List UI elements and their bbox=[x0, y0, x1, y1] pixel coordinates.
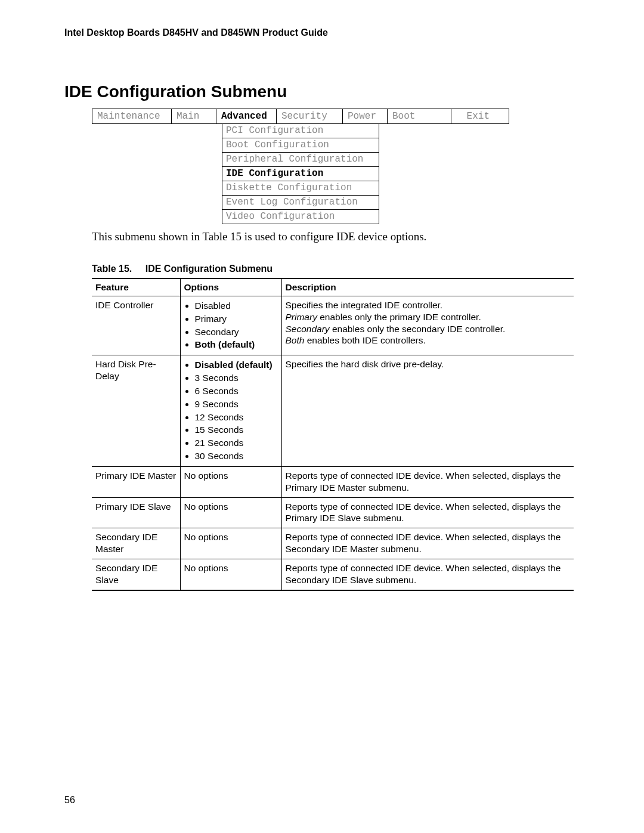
page: Intel Desktop Boards D845HV and D845WN P… bbox=[0, 0, 644, 833]
bios-menu-diagram: Maintenance Main Advanced Security Power… bbox=[92, 109, 509, 224]
bios-submenu-list: PCI Configuration Boot Configuration Per… bbox=[222, 124, 379, 224]
desc-both-text: enables both IDE controllers. bbox=[304, 335, 425, 345]
opt-9s: 9 Seconds bbox=[195, 398, 278, 411]
section-title: IDE Configuration Submenu bbox=[64, 82, 580, 101]
cell-description: Reports type of connected IDE device. Wh… bbox=[281, 528, 574, 559]
table-number: Table 15. bbox=[92, 264, 132, 274]
cell-options: No options bbox=[180, 528, 281, 559]
bios-tab-main: Main bbox=[172, 109, 216, 123]
cell-description: Specifies the integrated IDE controller.… bbox=[281, 296, 574, 355]
table-caption: Table 15. IDE Configuration Submenu bbox=[92, 264, 580, 274]
opt-primary: Primary bbox=[195, 312, 278, 326]
table-title: IDE Configuration Submenu bbox=[145, 264, 273, 274]
row-primary-master: Primary IDE Master No options Reports ty… bbox=[92, 466, 574, 497]
cell-options: No options bbox=[180, 559, 281, 590]
options-list: Disabled Primary Secondary Both (default… bbox=[184, 299, 278, 351]
cell-feature: Primary IDE Slave bbox=[92, 497, 180, 528]
cell-description: Reports type of connected IDE device. Wh… bbox=[281, 466, 574, 497]
bios-tab-power: Power bbox=[343, 109, 388, 123]
row-secondary-master: Secondary IDE Master No options Reports … bbox=[92, 528, 574, 559]
cell-feature: Hard Disk Pre-Delay bbox=[92, 355, 180, 467]
cell-options: No options bbox=[180, 497, 281, 528]
th-feature: Feature bbox=[92, 278, 180, 296]
options-list: Disabled (default) 3 Seconds 6 Seconds 9… bbox=[184, 358, 278, 463]
cell-description: Specifies the hard disk drive pre-delay. bbox=[281, 355, 574, 467]
row-secondary-slave: Secondary IDE Slave No options Reports t… bbox=[92, 559, 574, 590]
doc-header: Intel Desktop Boards D845HV and D845WN P… bbox=[64, 27, 580, 38]
cell-options: Disabled (default) 3 Seconds 6 Seconds 9… bbox=[180, 355, 281, 467]
desc-primary-text: enables only the primary IDE controller. bbox=[317, 312, 481, 322]
cell-description: Reports type of connected IDE device. Wh… bbox=[281, 497, 574, 528]
table-header-row: Feature Options Description bbox=[92, 278, 574, 296]
opt-both-default: Both (default) bbox=[195, 338, 278, 351]
intro-text: This submenu shown in Table 15 is used t… bbox=[92, 230, 580, 243]
bios-sub-pci: PCI Configuration bbox=[222, 124, 379, 138]
config-table: Feature Options Description IDE Controll… bbox=[92, 278, 574, 591]
desc-primary-term: Primary bbox=[286, 312, 317, 322]
opt-21s: 21 Seconds bbox=[195, 436, 278, 450]
cell-feature: Secondary IDE Slave bbox=[92, 559, 180, 590]
opt-30s: 30 Seconds bbox=[195, 450, 278, 463]
opt-secondary: Secondary bbox=[195, 326, 278, 339]
bios-sub-peripheral: Peripheral Configuration bbox=[222, 153, 379, 167]
opt-15s: 15 Seconds bbox=[195, 423, 278, 436]
cell-options: Disabled Primary Secondary Both (default… bbox=[180, 296, 281, 355]
th-options: Options bbox=[180, 278, 281, 296]
opt-12s: 12 Seconds bbox=[195, 411, 278, 424]
bios-sub-diskette: Diskette Configuration bbox=[222, 181, 379, 196]
bios-tab-exit: Exit bbox=[451, 109, 498, 123]
desc-both-term: Both bbox=[286, 335, 305, 345]
opt-disabled-default: Disabled (default) bbox=[195, 358, 278, 371]
bios-tab-boot: Boot bbox=[388, 109, 451, 123]
page-number: 56 bbox=[64, 795, 75, 806]
th-description: Description bbox=[281, 278, 574, 296]
bios-sub-video: Video Configuration bbox=[222, 210, 379, 224]
bios-sub-ide: IDE Configuration bbox=[222, 167, 379, 181]
desc-line: Specifies the integrated IDE controller. bbox=[286, 300, 443, 310]
opt-6s: 6 Seconds bbox=[195, 385, 278, 398]
cell-feature: IDE Controller bbox=[92, 296, 180, 355]
cell-feature: Primary IDE Master bbox=[92, 466, 180, 497]
row-predelay: Hard Disk Pre-Delay Disabled (default) 3… bbox=[92, 355, 574, 467]
cell-description: Reports type of connected IDE device. Wh… bbox=[281, 559, 574, 590]
row-ide-controller: IDE Controller Disabled Primary Secondar… bbox=[92, 296, 574, 355]
bios-tab-maintenance: Maintenance bbox=[92, 109, 172, 123]
bios-sub-boot: Boot Configuration bbox=[222, 138, 379, 153]
cell-options: No options bbox=[180, 466, 281, 497]
opt-3s: 3 Seconds bbox=[195, 371, 278, 385]
bios-tab-row: Maintenance Main Advanced Security Power… bbox=[92, 109, 509, 124]
row-primary-slave: Primary IDE Slave No options Reports typ… bbox=[92, 497, 574, 528]
bios-tab-security: Security bbox=[277, 109, 343, 123]
cell-feature: Secondary IDE Master bbox=[92, 528, 180, 559]
opt-disabled: Disabled bbox=[195, 299, 278, 312]
desc-secondary-term: Secondary bbox=[286, 324, 330, 334]
bios-sub-eventlog: Event Log Configuration bbox=[222, 196, 379, 210]
bios-tab-advanced: Advanced bbox=[216, 109, 277, 123]
desc-secondary-text: enables only the secondary IDE controlle… bbox=[330, 324, 506, 334]
